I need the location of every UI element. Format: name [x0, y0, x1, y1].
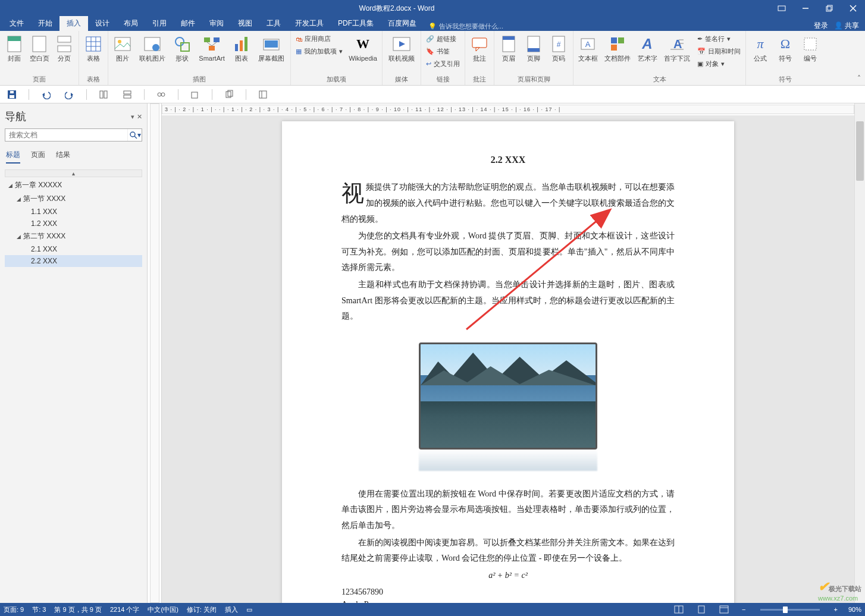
status-extra-icon[interactable]: ▭ — [246, 606, 252, 614]
nav-search-input[interactable] — [5, 129, 127, 141]
tab-pdf[interactable]: PDF工具集 — [331, 16, 381, 31]
scrollbar-thumb[interactable] — [856, 121, 864, 181]
tell-me-search[interactable]: 💡 告诉我您想要做什么... — [424, 22, 814, 31]
pictures-button[interactable]: 图片 — [111, 33, 134, 63]
my-addins-button[interactable]: ▦我的加载项 ▾ — [293, 46, 345, 57]
zoom-in-button[interactable]: + — [832, 606, 840, 613]
datetime-button[interactable]: 📅日期和时间 — [695, 46, 743, 57]
tab-references[interactable]: 引用 — [145, 16, 174, 31]
screenshot-button[interactable]: 屏幕截图 — [255, 33, 288, 63]
view-read-button[interactable] — [672, 604, 686, 615]
nav-item-section2[interactable]: ◢第二节 XXXX — [5, 230, 142, 243]
navpane-dropdown-button[interactable]: ▾ — [131, 113, 134, 121]
zoom-slider-thumb[interactable] — [783, 606, 788, 613]
wikipedia-button[interactable]: WWikipedia — [346, 33, 380, 63]
nav-tab-pages[interactable]: 页面 — [31, 150, 45, 164]
tab-baidu[interactable]: 百度网盘 — [381, 16, 424, 31]
vertical-ruler[interactable] — [148, 103, 162, 603]
navpane-close-button[interactable]: ✕ — [137, 113, 142, 121]
blank-page-button[interactable]: 空白页 — [27, 33, 51, 63]
status-page[interactable]: 页面: 9 — [4, 605, 24, 614]
horizontal-ruler[interactable]: 3 · | · 2 · | · 1 · | · · | · 1 · | · 2 … — [162, 103, 854, 115]
bookmark-button[interactable]: 🔖书签 — [424, 46, 462, 57]
nav-item-section1[interactable]: ◢第一节 XXXX — [5, 192, 142, 206]
status-words[interactable]: 2214 个字 — [110, 605, 140, 614]
equation-button[interactable]: π公式 — [748, 33, 772, 63]
cover-page-button[interactable]: 封面 — [2, 33, 26, 63]
vertical-scrollbar[interactable] — [854, 103, 865, 603]
login-button[interactable]: 登录 — [814, 21, 828, 31]
footer-button[interactable]: 页脚 — [522, 33, 546, 63]
chart-button[interactable]: 图表 — [230, 33, 253, 63]
nav-item-1-2[interactable]: 1.2 XXX — [5, 218, 142, 230]
page-number-button[interactable]: #页码 — [547, 33, 571, 63]
save-button[interactable] — [5, 87, 19, 102]
restore-button[interactable] — [817, 0, 841, 17]
doc-image[interactable] — [419, 342, 597, 471]
nav-item-2-2[interactable]: 2.2 XXX — [5, 255, 142, 267]
qat-button-3[interactable] — [154, 87, 168, 102]
view-web-button[interactable] — [717, 604, 731, 615]
wordart-button[interactable]: A艺术字 — [635, 33, 659, 63]
hyperlink-button[interactable]: 🔗超链接 — [424, 33, 462, 45]
store-button[interactable]: 🛍应用商店 — [293, 33, 345, 45]
close-button[interactable] — [841, 0, 865, 17]
tab-home[interactable]: 开始 — [31, 16, 59, 31]
status-insert[interactable]: 插入 — [225, 605, 238, 614]
crossref-button[interactable]: ↩交叉引用 — [424, 58, 462, 70]
document-page[interactable]: 2.2 XXX 视频提供了功能强大的方法帮助您证明您的观点。当您单击联机视频时，… — [282, 121, 734, 603]
search-icon[interactable]: ▾ — [127, 129, 142, 141]
table-button[interactable]: 表格 — [82, 33, 105, 63]
collapse-ribbon-button[interactable]: ˄ — [853, 31, 865, 85]
view-print-button[interactable] — [694, 604, 709, 615]
nav-search-box[interactable]: ▾ — [5, 128, 142, 142]
ribbon-group-label: 插图 — [111, 74, 288, 85]
page-break-button[interactable]: 分页 — [52, 33, 76, 63]
redo-button[interactable] — [62, 87, 77, 102]
status-lang[interactable]: 中文(中国) — [148, 605, 178, 614]
undo-button[interactable] — [39, 87, 53, 102]
qat-button-4[interactable] — [188, 87, 202, 102]
signature-button[interactable]: ✒签名行 ▾ — [695, 33, 743, 45]
textbox-button[interactable]: A文本框 — [576, 33, 600, 63]
status-section[interactable]: 节: 3 — [32, 605, 46, 614]
quickparts-button[interactable]: 文档部件 — [601, 33, 634, 63]
online-pictures-button[interactable]: 联机图片 — [136, 33, 169, 63]
zoom-slider[interactable] — [760, 609, 820, 611]
comment-button[interactable]: 批注 — [468, 33, 491, 63]
status-pages[interactable]: 第 9 页，共 9 页 — [54, 605, 101, 614]
share-button[interactable]: 👤 共享 — [834, 21, 859, 31]
ribbon-options-button[interactable] — [770, 0, 794, 17]
minimize-button[interactable] — [794, 0, 817, 17]
tab-layout[interactable]: 布局 — [117, 16, 145, 31]
smartart-button[interactable]: SmartArt — [195, 33, 228, 63]
tab-view[interactable]: 视图 — [231, 16, 259, 31]
dropcap-button[interactable]: A首字下沉 — [660, 33, 694, 63]
header-button[interactable]: 页眉 — [497, 33, 521, 63]
zoom-out-button[interactable]: − — [739, 606, 748, 613]
tab-design[interactable]: 设计 — [88, 16, 117, 31]
nav-item-chapter1[interactable]: ◢第一章 XXXXX — [5, 178, 142, 192]
nav-tab-results[interactable]: 结果 — [56, 150, 70, 164]
tab-tools[interactable]: 工具 — [259, 16, 288, 31]
qat-button-2[interactable] — [120, 87, 134, 102]
tab-file[interactable]: 文件 — [2, 16, 31, 31]
status-track[interactable]: 修订: 关闭 — [187, 605, 217, 614]
qat-button-5[interactable] — [222, 87, 236, 102]
qat-button-6[interactable] — [256, 87, 270, 102]
qat-button-1[interactable] — [96, 87, 111, 102]
number-button[interactable]: 编号 — [798, 33, 822, 63]
zoom-level[interactable]: 90% — [848, 606, 861, 613]
nav-item-2-1[interactable]: 2.1 XXX — [5, 243, 142, 255]
symbol-button[interactable]: Ω符号 — [773, 33, 797, 63]
object-button[interactable]: ▣对象 ▾ — [695, 58, 743, 70]
tab-insert[interactable]: 插入 — [59, 16, 88, 31]
tab-developer[interactable]: 开发工具 — [288, 16, 331, 31]
tab-review[interactable]: 审阅 — [202, 16, 231, 31]
online-video-button[interactable]: 联机视频 — [385, 33, 418, 63]
nav-collapse-bar[interactable]: ▴ — [5, 169, 142, 177]
shapes-button[interactable]: 形状 — [170, 33, 194, 63]
nav-item-1-1[interactable]: 1.1 XXX — [5, 206, 142, 218]
nav-tab-headings[interactable]: 标题 — [6, 150, 20, 164]
tab-mailings[interactable]: 邮件 — [174, 16, 202, 31]
